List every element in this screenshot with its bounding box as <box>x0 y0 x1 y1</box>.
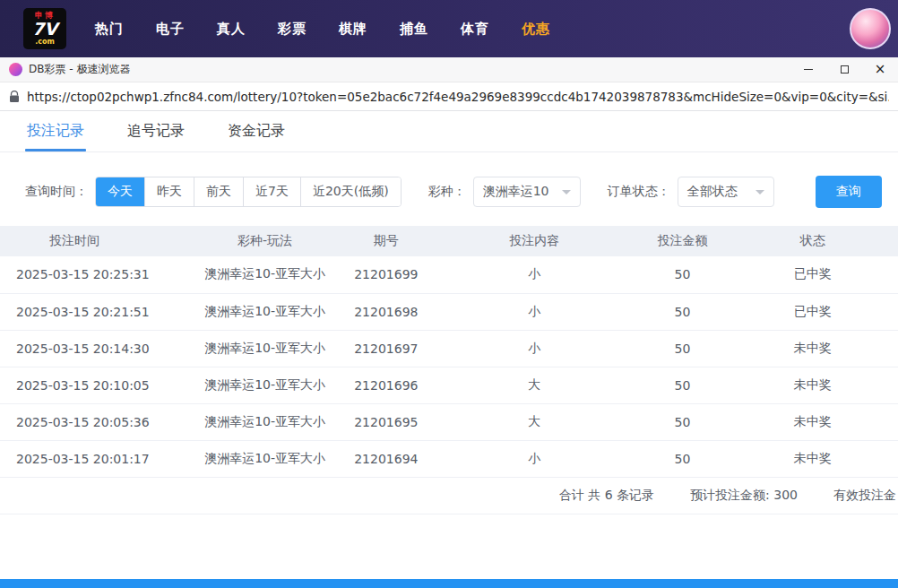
summary-bar: 合计 共 6 条记录 预计投注金额: 300 有效投注金 <box>0 478 898 514</box>
site-logo[interactable]: 申博 7V .com <box>23 8 66 49</box>
nav-item-sports[interactable]: 体育 <box>461 21 489 38</box>
bottom-bar <box>0 579 898 588</box>
address-bar: https://ctop02pchwp1.zfnc84.com/lottery/… <box>0 82 898 111</box>
bet-period: 21201694 <box>341 440 431 477</box>
lottery-select-value: 澳洲幸运10 <box>483 184 549 200</box>
bet-content: 小 <box>431 330 637 367</box>
order-status-filter-label: 订单状态： <box>608 184 670 200</box>
bet-amount: 50 <box>637 403 727 440</box>
table-row: 2025-03-15 20:21:51 澳洲幸运10-亚军大小 21201698… <box>0 293 898 330</box>
nav-item-lottery[interactable]: 彩票 <box>278 21 307 38</box>
nav-item-promotions[interactable]: 优惠 <box>522 21 550 38</box>
tab-bet-records[interactable]: 投注记录 <box>27 111 84 151</box>
bet-content: 大 <box>431 403 637 440</box>
close-button[interactable]: × <box>862 57 898 82</box>
bet-game: 澳洲幸运10-亚军大小 <box>188 293 341 330</box>
bet-amount: 50 <box>637 367 727 403</box>
filter-bar: 查询时间： 今天 昨天 前天 近7天 近20天(低频) 彩种： 澳洲幸运10 订… <box>25 176 898 208</box>
bet-period: 21201699 <box>341 256 431 293</box>
main-navigation: 热门 电子 真人 彩票 棋牌 捕鱼 体育 优惠 <box>95 21 550 38</box>
bet-time: 2025-03-15 20:10:05 <box>0 367 188 403</box>
bet-time: 2025-03-15 20:25:31 <box>0 256 188 293</box>
tab-chase-records[interactable]: 追号记录 <box>127 111 185 151</box>
time-20days-button[interactable]: 近20天(低频) <box>301 177 401 206</box>
time-filter-label: 查询时间： <box>25 184 88 200</box>
bet-status: 已中奖 <box>728 293 898 330</box>
time-filter-group: 今天 昨天 前天 近7天 近20天(低频) <box>95 177 402 207</box>
tab-fund-records[interactable]: 资金记录 <box>228 111 285 151</box>
bet-period: 21201697 <box>341 330 431 367</box>
nav-item-hot[interactable]: 热门 <box>95 21 124 38</box>
summary-valid-amount: 有效投注金 <box>833 488 896 504</box>
order-status-select[interactable]: 全部状态 <box>678 177 774 207</box>
bet-status: 未中奖 <box>728 367 898 403</box>
bet-game: 澳洲幸运10-亚军大小 <box>188 367 341 403</box>
bet-status: 未中奖 <box>728 403 898 440</box>
bet-game: 澳洲幸运10-亚军大小 <box>188 440 341 477</box>
bet-status: 未中奖 <box>728 330 898 367</box>
time-7days-button[interactable]: 近7天 <box>244 177 301 206</box>
table-header-row: 投注时间 彩种-玩法 期号 投注内容 投注金额 状态 <box>0 226 898 256</box>
lottery-select[interactable]: 澳洲幸运10 <box>473 177 581 207</box>
logo-text-com: .com <box>35 39 55 46</box>
nav-item-fishing[interactable]: 捕鱼 <box>400 21 428 38</box>
minimize-button[interactable] <box>790 57 826 82</box>
table-row: 2025-03-15 20:25:31 澳洲幸运10-亚军大小 21201699… <box>0 256 898 293</box>
bet-period: 21201698 <box>341 293 431 330</box>
bet-status: 未中奖 <box>728 440 898 477</box>
col-header-period: 期号 <box>341 226 431 256</box>
bet-amount: 50 <box>637 330 727 367</box>
address-url[interactable]: https://ctop02pchwp1.zfnc84.com/lottery/… <box>27 90 889 104</box>
table-row: 2025-03-15 20:01:17 澳洲幸运10-亚军大小 21201694… <box>0 440 898 477</box>
search-button[interactable]: 查询 <box>816 176 882 208</box>
bet-records-table: 投注时间 彩种-玩法 期号 投注内容 投注金额 状态 2025-03-15 20… <box>0 226 898 478</box>
lock-icon <box>9 91 20 103</box>
table-row: 2025-03-15 20:10:05 澳洲幸运10-亚军大小 21201696… <box>0 367 898 403</box>
nav-item-board-games[interactable]: 棋牌 <box>339 21 367 38</box>
minimize-icon <box>804 69 813 70</box>
maximize-button[interactable] <box>826 57 862 82</box>
bet-time: 2025-03-15 20:21:51 <box>0 293 188 330</box>
bet-amount: 50 <box>637 256 727 293</box>
site-navbar: 申博 7V .com 热门 电子 真人 彩票 棋牌 捕鱼 体育 优惠 <box>0 0 898 57</box>
chevron-down-icon <box>562 190 571 195</box>
order-status-select-value: 全部状态 <box>687 184 738 200</box>
table-row: 2025-03-15 20:05:36 澳洲幸运10-亚军大小 21201695… <box>0 403 898 440</box>
app-icon <box>9 63 22 76</box>
titlebar-left: DB彩票 - 极速浏览器 <box>0 62 130 77</box>
nav-item-slots[interactable]: 电子 <box>156 21 185 38</box>
bet-period: 21201696 <box>341 367 431 403</box>
maximize-icon <box>841 65 849 74</box>
bet-amount: 50 <box>637 440 727 477</box>
summary-expected-amount: 预计投注金额: 300 <box>690 488 798 504</box>
window-title: DB彩票 - 极速浏览器 <box>29 62 130 77</box>
bet-status: 已中奖 <box>728 256 898 293</box>
time-today-button[interactable]: 今天 <box>96 177 145 206</box>
bet-content: 小 <box>431 256 637 293</box>
col-header-game: 彩种-玩法 <box>188 226 341 256</box>
bet-amount: 50 <box>637 293 727 330</box>
bet-time: 2025-03-15 20:05:36 <box>0 403 188 440</box>
bet-time: 2025-03-15 20:01:17 <box>0 440 188 477</box>
bet-content: 小 <box>431 293 637 330</box>
table-row: 2025-03-15 20:14:30 澳洲幸运10-亚军大小 21201697… <box>0 330 898 367</box>
user-avatar[interactable] <box>850 8 891 49</box>
chevron-down-icon <box>756 190 764 195</box>
summary-total-count: 合计 共 6 条记录 <box>559 488 654 504</box>
lottery-filter-label: 彩种： <box>428 184 466 200</box>
bet-time: 2025-03-15 20:14:30 <box>0 330 188 367</box>
record-tabs: 投注记录 追号记录 资金记录 <box>0 111 898 152</box>
nav-item-live[interactable]: 真人 <box>217 21 246 38</box>
time-yesterday-button[interactable]: 昨天 <box>145 177 194 206</box>
col-header-amount: 投注金额 <box>637 226 727 256</box>
browser-titlebar: DB彩票 - 极速浏览器 × <box>0 57 898 82</box>
close-icon: × <box>875 63 886 76</box>
logo-text-main: 7V <box>32 21 57 38</box>
col-header-content: 投注内容 <box>431 226 637 256</box>
time-daybefore-button[interactable]: 前天 <box>194 177 244 206</box>
bet-period: 21201695 <box>341 403 431 440</box>
bet-game: 澳洲幸运10-亚军大小 <box>188 403 341 440</box>
content-spacer <box>0 514 898 580</box>
bet-game: 澳洲幸运10-亚军大小 <box>188 330 341 367</box>
col-header-bet-time: 投注时间 <box>0 226 188 256</box>
